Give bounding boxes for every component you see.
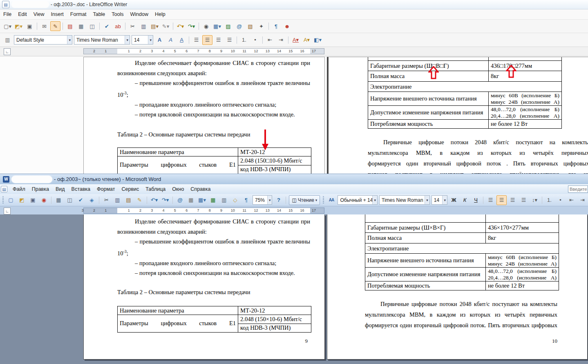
decrease-indent-button[interactable]: ⇤ (265, 35, 275, 45)
align-right-button[interactable]: ☰ (508, 195, 518, 205)
align-left-button[interactable]: ☰ (191, 35, 201, 45)
drawing-icon[interactable]: ◇ (230, 195, 240, 205)
menu-item[interactable]: File (0, 10, 15, 18)
word-page-10[interactable]: Габаритные размеры (Ш×В×Г) 436×170×277мм… (327, 214, 588, 360)
paragraph-style-combo[interactable]: Default Style ▾ (14, 35, 72, 45)
menu-item[interactable]: Edit (15, 10, 30, 18)
undo-icon[interactable]: ↶▾ (149, 195, 159, 205)
underline-button[interactable]: A (177, 35, 187, 45)
export-pdf-icon[interactable]: ▤ (65, 21, 75, 31)
menu-item[interactable]: Окно (169, 185, 187, 193)
chevron-down-icon[interactable]: ▾ (125, 36, 130, 44)
print-icon[interactable]: ▦ (76, 21, 86, 31)
font-name-combo[interactable]: Times New Roman ▾ (379, 195, 430, 205)
bullet-list-button[interactable]: • (250, 35, 260, 45)
numbered-list-button[interactable]: 1. (239, 35, 249, 45)
writer-titlebar[interactable]: ▤ - оф.2003~.doc - LibreOffice Writer (0, 0, 588, 9)
bullet-list-button[interactable]: • (555, 195, 566, 205)
font-size-combo[interactable]: 14 ▾ (132, 35, 153, 45)
tab-stop-selector[interactable]: ∟ (4, 208, 11, 214)
open-icon[interactable]: ◩▾ (13, 21, 24, 31)
horizontal-ruler[interactable]: 321 1234567891011121314151617 (83, 208, 324, 214)
align-right-button[interactable]: ☰ (213, 35, 224, 45)
email-icon[interactable]: ✉ (39, 21, 49, 31)
increase-indent-button[interactable]: ⇥ (276, 35, 286, 45)
font-size-combo[interactable]: 14 ▾ (431, 195, 447, 205)
menu-item[interactable]: Table (89, 10, 108, 18)
edit-mode-icon[interactable]: ✎ (50, 21, 60, 31)
new-document-icon[interactable]: ▢ (6, 195, 16, 205)
paste-icon[interactable]: ▤ (123, 195, 134, 205)
chevron-down-icon[interactable]: ▾ (267, 196, 272, 204)
horizontal-ruler[interactable]: 21 1234567891011121314151617 (83, 48, 324, 54)
decrease-indent-button[interactable]: ⇤ (566, 195, 577, 205)
find-replace-icon[interactable]: ◉ (201, 21, 211, 31)
insert-table-icon[interactable]: ▦▾ (197, 195, 207, 205)
table-icon[interactable]: ▦▾ (212, 21, 222, 31)
navigator-icon[interactable]: ✦ (256, 21, 266, 31)
format-painter-icon[interactable]: ✎ (134, 195, 145, 205)
open-icon[interactable]: ◩ (17, 195, 27, 205)
bold-button[interactable]: Ж (449, 195, 459, 205)
copy-icon[interactable]: ▥ (139, 21, 149, 31)
hyperlink-icon[interactable]: @ (175, 195, 185, 205)
menu-item[interactable]: Insert (48, 10, 67, 18)
columns-icon[interactable]: ▥ (219, 195, 229, 205)
undo-icon[interactable]: ↶▾ (175, 21, 186, 31)
bold-button[interactable]: A (154, 35, 165, 45)
chevron-down-icon[interactable]: ▾ (442, 196, 447, 204)
italic-button[interactable]: К (460, 195, 470, 205)
smiley-icon[interactable]: ☻ (282, 21, 292, 31)
paragraph-style-combo[interactable]: Обычный + 14 пт, ▾ (338, 195, 378, 205)
help-icon[interactable]: ? (273, 195, 284, 205)
align-justify-button[interactable]: ☰ (519, 195, 529, 205)
writer-ruler[interactable]: ∟ 21 1234567891011121314151617 (0, 47, 588, 56)
autospellcheck-icon[interactable]: ab (113, 21, 123, 31)
writer-page-9[interactable]: Изделие обеспечивает формирование СИАС в… (83, 57, 325, 176)
increase-indent-button[interactable]: ⇥ (577, 195, 588, 205)
styles-and-formatting-icon[interactable]: АА (326, 195, 336, 205)
align-center-button[interactable]: ☰ (496, 195, 507, 205)
cut-icon[interactable]: ✂ (127, 21, 138, 31)
menu-item[interactable]: Format (67, 10, 90, 18)
chevron-down-icon[interactable]: ▾ (148, 36, 153, 44)
insert-excel-icon[interactable]: ▦ (208, 195, 218, 205)
menu-item[interactable]: Вставка (68, 185, 94, 193)
new-document-icon[interactable]: ▢▾ (2, 21, 13, 31)
word-page-9[interactable]: Изделие обеспечивает формирование СИАС в… (83, 214, 325, 360)
menu-item[interactable]: Help (152, 10, 169, 18)
underline-button[interactable]: Ч (471, 195, 481, 205)
print-preview-icon[interactable]: ◫ (87, 21, 97, 31)
menu-item[interactable]: Tools (108, 10, 127, 18)
menu-item[interactable]: Справка (187, 185, 214, 193)
align-left-button[interactable]: ☰ (485, 195, 496, 205)
image-icon[interactable]: ▨ (223, 21, 233, 31)
save-icon[interactable]: ▣ (25, 21, 35, 31)
tables-borders-icon[interactable]: ▦ (186, 195, 196, 205)
font-name-combo[interactable]: Times New Roman ▾ (74, 35, 130, 45)
formatting-marks-icon[interactable]: ¶ (271, 21, 281, 31)
copy-icon[interactable]: ▥ (112, 195, 123, 205)
redo-icon[interactable]: ↷▾ (186, 21, 197, 31)
redo-icon[interactable]: ↷▾ (160, 195, 170, 205)
word-ruler[interactable]: ∟ 321 1234567891011121314151617 (0, 206, 588, 214)
formatting-marks-icon[interactable]: ¶ (241, 195, 251, 205)
italic-button[interactable]: A (165, 35, 176, 45)
tab-stop-selector[interactable]: ∟ (4, 48, 11, 55)
menu-item[interactable]: Правка (29, 185, 52, 193)
writer-page-10[interactable]: Габаритные размеры (Ш□В□Г) 436□170□277мм… (327, 57, 588, 176)
line-spacing-button[interactable]: ↕▾ (530, 195, 540, 205)
permission-icon[interactable]: ◉ (39, 195, 49, 205)
chevron-down-icon[interactable]: ▾ (372, 196, 377, 204)
chevron-down-icon[interactable]: ▾ (67, 36, 72, 44)
menu-item[interactable]: Сервис (118, 185, 142, 193)
font-color-button[interactable]: A▾ (291, 35, 301, 45)
background-color-button[interactable]: ◧▾ (313, 35, 323, 45)
align-justify-button[interactable]: ☰ (224, 35, 235, 45)
menu-item[interactable]: Файл (9, 185, 29, 193)
menu-item[interactable]: View (30, 10, 48, 18)
print-icon[interactable]: ▦ (54, 195, 64, 205)
zoom-combo[interactable]: 75% ▾ (253, 195, 272, 205)
read-mode-button[interactable]: ◫ Чтение ▾ (289, 195, 320, 205)
chevron-down-icon[interactable]: ▾ (425, 196, 429, 204)
